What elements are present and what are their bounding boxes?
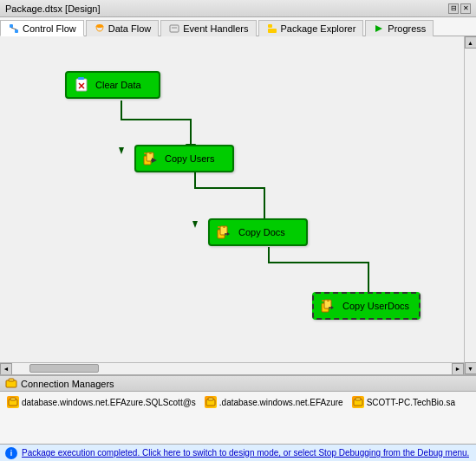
flow-icon bbox=[8, 23, 20, 35]
svg-rect-40 bbox=[355, 398, 361, 400]
task-copy-users-label: Copy Users bbox=[165, 153, 214, 164]
task-copy-userdocs-label: Copy UserDocs bbox=[342, 301, 409, 311]
svg-point-3 bbox=[96, 24, 103, 28]
conn-manager-azure-ef2-label: .database.windows.net.EFAzure bbox=[219, 398, 343, 407]
explorer-icon bbox=[266, 23, 278, 35]
svg-marker-10 bbox=[192, 221, 198, 228]
connection-managers-label: Connection Managers bbox=[21, 379, 114, 389]
svg-rect-30 bbox=[322, 300, 324, 302]
svg-rect-0 bbox=[10, 24, 13, 28]
clear-data-icon bbox=[74, 76, 91, 94]
connection-managers-list: database.windows.net.EFAzure.SQLScott@s … bbox=[0, 392, 476, 412]
task-copy-docs-label: Copy Docs bbox=[238, 227, 285, 237]
task-clear-data-label: Clear Data bbox=[95, 80, 141, 90]
tab-progress[interactable]: Progress bbox=[365, 20, 434, 36]
window-title: Package.dtsx [Design] bbox=[5, 3, 100, 14]
tab-event-handlers-label: Event Handlers bbox=[183, 23, 248, 34]
tab-package-explorer[interactable]: Package Explorer bbox=[258, 20, 364, 36]
svg-marker-8 bbox=[375, 25, 382, 32]
h-scroll-thumb[interactable] bbox=[29, 364, 99, 373]
tab-data-flow[interactable]: Data Flow bbox=[86, 20, 160, 36]
conn-manager-azure-ef-label: database.windows.net.EFAzure.SQLScott@s bbox=[22, 398, 196, 407]
svg-rect-4 bbox=[170, 25, 179, 32]
progress-icon bbox=[373, 23, 385, 35]
design-canvas[interactable]: Clear Data bbox=[0, 36, 476, 374]
svg-marker-9 bbox=[119, 147, 124, 154]
data-icon bbox=[94, 23, 106, 35]
tab-progress-label: Progress bbox=[388, 23, 426, 34]
scroll-right-button[interactable]: ► bbox=[452, 363, 464, 375]
task-copy-userdocs[interactable]: Copy UserDocs bbox=[312, 292, 421, 320]
connection-managers-header: Connection Managers bbox=[0, 376, 476, 392]
svg-rect-29 bbox=[327, 300, 329, 302]
close-button[interactable]: ✕ bbox=[460, 3, 471, 14]
pin-button[interactable]: ⊟ bbox=[448, 3, 459, 14]
svg-rect-34 bbox=[9, 379, 14, 381]
conn-manager-local-tb[interactable]: SCOTT-PC.TechBio.sa bbox=[349, 395, 459, 409]
scroll-left-button[interactable]: ◄ bbox=[0, 363, 12, 375]
svg-rect-38 bbox=[208, 398, 213, 400]
conn-manager-local-tb-label: SCOTT-PC.TechBio.sa bbox=[367, 398, 455, 407]
conn-manager-azure-ef[interactable]: database.windows.net.EFAzure.SQLScott@s bbox=[3, 395, 199, 409]
svg-rect-18 bbox=[149, 153, 152, 154]
title-bar: Package.dtsx [Design] ⊟ ✕ bbox=[0, 0, 476, 17]
task-clear-data[interactable]: Clear Data bbox=[65, 71, 160, 99]
svg-marker-26 bbox=[227, 232, 230, 236]
tab-event-handlers[interactable]: Event Handlers bbox=[160, 20, 256, 36]
svg-rect-1 bbox=[15, 29, 18, 33]
tab-package-explorer-label: Package Explorer bbox=[281, 23, 356, 34]
copy-users-icon bbox=[143, 150, 160, 167]
svg-rect-6 bbox=[268, 24, 272, 28]
info-icon: i bbox=[5, 447, 17, 459]
v-scroll-track[interactable] bbox=[465, 49, 476, 362]
task-copy-docs[interactable]: Copy Docs bbox=[208, 218, 308, 246]
vertical-scrollbar[interactable]: ▲ ▼ bbox=[464, 36, 476, 374]
tab-control-flow-label: Control Flow bbox=[23, 23, 76, 34]
svg-rect-24 bbox=[218, 226, 220, 228]
tab-data-flow-label: Data Flow bbox=[108, 23, 152, 34]
status-bar[interactable]: i Package execution completed. Click her… bbox=[0, 444, 476, 461]
title-controls: ⊟ ✕ bbox=[448, 3, 471, 14]
event-icon bbox=[168, 23, 180, 35]
copy-userdocs-icon bbox=[321, 297, 338, 315]
svg-line-2 bbox=[11, 28, 16, 29]
svg-rect-19 bbox=[144, 153, 147, 154]
db-icon-3 bbox=[352, 396, 364, 408]
svg-rect-36 bbox=[10, 398, 16, 400]
scroll-down-button[interactable]: ▼ bbox=[465, 362, 477, 374]
conn-manager-icon bbox=[5, 378, 17, 390]
connection-managers-section: Connection Managers database.windows.net… bbox=[0, 374, 476, 444]
horizontal-scrollbar[interactable]: ◄ ► bbox=[0, 362, 464, 374]
h-scroll-track[interactable] bbox=[12, 363, 452, 374]
copy-docs-icon bbox=[217, 224, 234, 241]
db-icon-1 bbox=[7, 396, 19, 408]
svg-marker-32 bbox=[331, 306, 334, 309]
svg-rect-15 bbox=[78, 77, 84, 80]
task-copy-users[interactable]: Copy Users bbox=[134, 145, 234, 172]
tab-bar: Control Flow Data Flow Event Handlers Pa… bbox=[0, 17, 476, 36]
svg-rect-7 bbox=[268, 29, 277, 33]
conn-manager-azure-ef2[interactable]: .database.windows.net.EFAzure bbox=[201, 395, 347, 409]
db-icon-2 bbox=[205, 396, 217, 408]
status-message: Package execution completed. Click here … bbox=[22, 448, 469, 458]
svg-rect-23 bbox=[223, 226, 225, 228]
scroll-up-button[interactable]: ▲ bbox=[465, 36, 477, 49]
tab-control-flow[interactable]: Control Flow bbox=[0, 20, 84, 36]
